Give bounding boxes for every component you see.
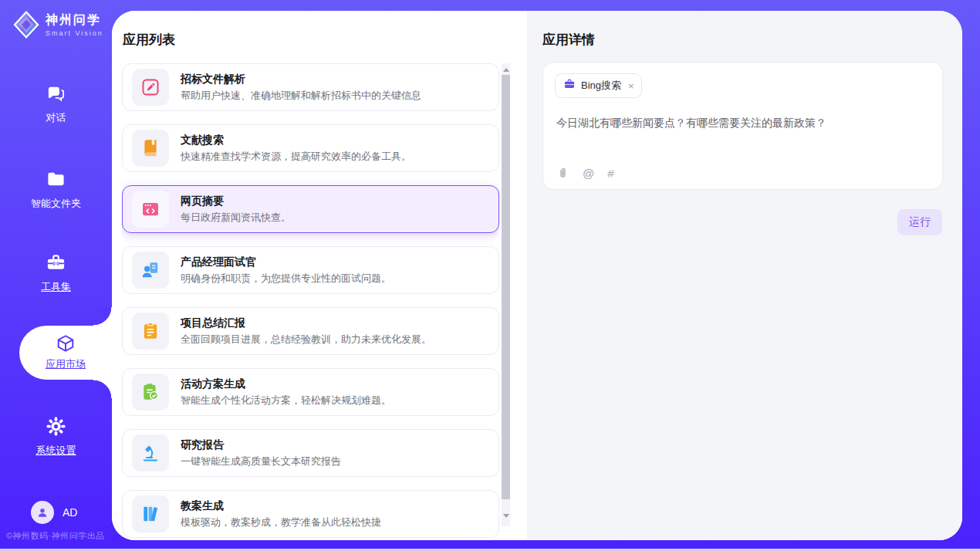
app-card-title: 网页摘要 xyxy=(181,194,291,208)
sidebar-item-label: 工具集 xyxy=(0,280,112,294)
sidebar-item-label: 系统设置 xyxy=(0,444,112,458)
app-card-text: 产品经理面试官明确身份和职责，为您提供专业性的面试问题。 xyxy=(181,255,391,286)
sidebar-item-chat[interactable]: 对话 xyxy=(0,83,112,125)
sidebar-item-label: 智能文件夹 xyxy=(0,197,112,211)
app-card-text: 教案生成模板驱动，教案秒成，教学准备从此轻松快捷 xyxy=(181,499,381,529)
prompt-input-card[interactable]: Bing搜索 × 今日湖北有哪些新闻要点？有哪些需要关注的最新政策？ @# xyxy=(542,62,943,190)
app-list-title: 应用列表 xyxy=(123,31,175,49)
user-icon xyxy=(35,505,49,519)
sidebar: 神州问学 Smart Vision 对话智能文件夹工具集应用市场系统设置 AD … xyxy=(0,0,112,551)
app-card-text: 文献搜索快速精准查找学术资源，提高研究效率的必备工具。 xyxy=(181,133,411,164)
run-button[interactable]: 运行 xyxy=(897,209,942,235)
app-card-title: 研究报告 xyxy=(181,438,341,452)
main-window: 应用列表 招标文件解析帮助用户快速、准确地理解和解析招标书中的关键信息文献搜索快… xyxy=(112,11,962,540)
hash-icon[interactable]: # xyxy=(607,167,613,179)
interviewer-icon xyxy=(132,252,169,289)
gear-icon xyxy=(46,426,66,439)
avatar xyxy=(31,501,54,524)
doc-edit-icon xyxy=(132,69,169,106)
sidebar-item-label: 对话 xyxy=(0,111,112,125)
app-detail-panel: 应用详情 Bing搜索 × 今日湖北有哪些新闻要点？有哪些需要关注的最新政策？ … xyxy=(527,11,962,540)
app-card[interactable]: 活动方案生成智能生成个性化活动方案，轻松解决规划难题。 xyxy=(122,368,499,416)
brand-name: 神州问学 xyxy=(46,12,103,29)
diamond-logo-icon xyxy=(13,10,39,39)
app-card[interactable]: 招标文件解析帮助用户快速、准确地理解和解析招标书中的关键信息 xyxy=(122,63,499,111)
app-card-text: 网页摘要每日政府新闻资讯快查。 xyxy=(181,194,291,225)
toolbox-icon xyxy=(46,262,66,276)
query-text[interactable]: 今日湖北有哪些新闻要点？有哪些需要关注的最新政策？ xyxy=(556,117,929,130)
tool-chip-label: Bing搜索 xyxy=(581,79,621,93)
scroll-up-icon[interactable] xyxy=(502,65,510,74)
user-account[interactable]: AD xyxy=(31,501,77,524)
app-card-title: 项目总结汇报 xyxy=(181,316,431,330)
brand-tagline: Smart Vision xyxy=(46,29,103,37)
app-card-title: 招标文件解析 xyxy=(181,72,421,86)
brand-logo: 神州问学 Smart Vision xyxy=(13,10,103,39)
app-card-desc: 快速精准查找学术资源，提高研究效率的必备工具。 xyxy=(181,150,411,164)
at-icon[interactable]: @ xyxy=(583,167,594,179)
scrollbar[interactable] xyxy=(502,63,510,526)
close-icon[interactable]: × xyxy=(628,80,634,92)
app-detail-title: 应用详情 xyxy=(542,31,595,49)
app-list-panel: 应用列表 招标文件解析帮助用户快速、准确地理解和解析招标书中的关键信息文献搜索快… xyxy=(112,11,527,540)
app-card-desc: 模板驱动，教案秒成，教学准备从此轻松快捷 xyxy=(181,516,381,529)
app-card-title: 产品经理面试官 xyxy=(181,255,391,269)
app-card[interactable]: 产品经理面试官明确身份和职责，为您提供专业性的面试问题。 xyxy=(122,246,499,294)
app-card-title: 教案生成 xyxy=(181,499,381,513)
sidebar-item-market[interactable]: 应用市场 xyxy=(19,326,112,380)
app-card-desc: 帮助用户快速、准确地理解和解析招标书中的关键信息 xyxy=(181,89,421,103)
plan-check-icon xyxy=(132,374,169,411)
app-card[interactable]: 研究报告一键智能生成高质量长文本研究报告 xyxy=(122,429,499,477)
sidebar-item-tools[interactable]: 工具集 xyxy=(0,252,112,294)
paperclip-icon[interactable] xyxy=(556,167,569,180)
app-card-text: 项目总结汇报全面回顾项目进展，总结经验教训，助力未来优化发展。 xyxy=(181,316,431,346)
app-card-title: 活动方案生成 xyxy=(181,377,391,391)
app-card-text: 活动方案生成智能生成个性化活动方案，轻松解决规划难题。 xyxy=(181,377,391,407)
microscope-icon xyxy=(132,434,169,472)
tool-chip-bing-search[interactable]: Bing搜索 × xyxy=(555,73,642,98)
books-icon xyxy=(132,495,169,532)
cube-icon xyxy=(56,343,76,356)
sidebar-item-settings[interactable]: 系统设置 xyxy=(0,416,112,458)
user-name: AD xyxy=(63,506,77,519)
app-card-list: 招标文件解析帮助用户快速、准确地理解和解析招标书中的关键信息文献搜索快速精准查找… xyxy=(122,63,499,540)
sidebar-item-folders[interactable]: 智能文件夹 xyxy=(0,169,112,211)
report-pad-icon xyxy=(132,313,169,350)
app-card[interactable]: 项目总结汇报全面回顾项目进展，总结经验教训，助力未来优化发展。 xyxy=(122,307,499,355)
app-card-text: 招标文件解析帮助用户快速、准确地理解和解析招标书中的关键信息 xyxy=(181,72,421,103)
app-card[interactable]: 网页摘要每日政府新闻资讯快查。 xyxy=(122,185,499,233)
web-code-icon xyxy=(132,191,169,228)
app-card-desc: 一键智能生成高质量长文本研究报告 xyxy=(181,455,341,468)
attachment-toolbar: @# xyxy=(556,167,614,180)
scrollbar-thumb[interactable] xyxy=(502,75,510,499)
app-card[interactable]: 教案生成模板驱动，教案秒成，教学准备从此轻松快捷 xyxy=(122,490,499,538)
app-card[interactable]: 文献搜索快速精准查找学术资源，提高研究效率的必备工具。 xyxy=(122,124,499,172)
app-card-desc: 明确身份和职责，为您提供专业性的面试问题。 xyxy=(181,272,391,286)
app-card-desc: 全面回顾项目进展，总结经验教训，助力未来优化发展。 xyxy=(181,333,431,346)
bubble-fillet-bottom xyxy=(93,380,112,398)
briefcase-icon xyxy=(563,78,576,93)
bubble-fillet-top xyxy=(93,307,112,326)
app-card-text: 研究报告一键智能生成高质量长文本研究报告 xyxy=(181,438,341,468)
chat-icon xyxy=(46,93,66,106)
app-card-desc: 每日政府新闻资讯快查。 xyxy=(181,211,291,225)
copyright-footer: ©神州数码·神州问学出品 xyxy=(6,530,105,542)
folder-icon xyxy=(46,179,66,192)
app-card-title: 文献搜索 xyxy=(181,133,411,147)
scroll-down-icon[interactable] xyxy=(502,511,510,520)
sidebar-item-label: 应用市场 xyxy=(19,357,112,371)
book-icon xyxy=(132,130,169,167)
app-card-desc: 智能生成个性化活动方案，轻松解决规划难题。 xyxy=(181,394,391,407)
